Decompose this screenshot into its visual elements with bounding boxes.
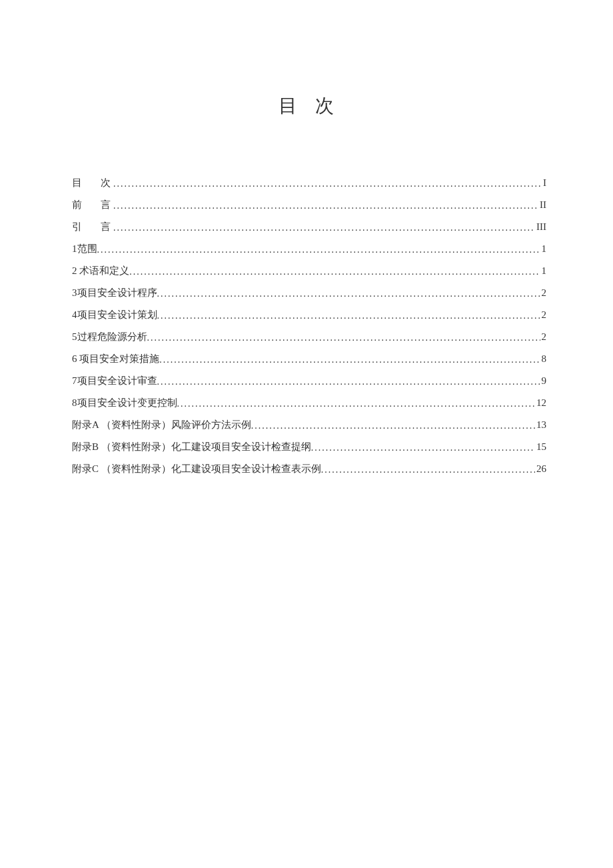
toc-entry: 1范围1 (72, 238, 546, 260)
toc-entry-page: 1 (540, 260, 547, 282)
toc-entry-label: 前言 (72, 194, 113, 216)
toc-entry: 引言III (72, 216, 546, 238)
toc-leader-dots (157, 284, 540, 305)
toc-entry-page: 26 (535, 458, 546, 480)
toc-entry-page: 8 (540, 348, 547, 370)
toc-leader-dots (113, 218, 535, 239)
toc-entry: 2 术语和定义1 (72, 260, 546, 282)
page-title: 目 次 (72, 93, 546, 119)
toc-entry-label: 附录B （资料性附录）化工建设项目安全设计检查提纲 (72, 436, 311, 458)
toc-leader-dots (97, 240, 540, 261)
toc-entry: 附录C （资料性附录）化工建设项目安全设计检查表示例26 (72, 458, 546, 480)
toc-entry-page: I (542, 172, 546, 194)
table-of-contents: 目次I前言II引言III1范围12 术语和定义13项目安全设计程序24项目安全设… (72, 172, 546, 480)
toc-leader-dots (251, 416, 535, 437)
toc-entry-label: 4项目安全设计策划 (72, 304, 157, 326)
toc-entry-label: 6 项目安全对策措施 (72, 348, 159, 370)
toc-leader-dots (159, 350, 540, 371)
toc-leader-dots (177, 394, 536, 415)
toc-entry-page: II (538, 194, 546, 216)
toc-entry-label: 7项目安全设计审查 (72, 370, 157, 392)
toc-entry-label: 附录A （资料性附录）风险评价方法示例 (72, 414, 251, 436)
toc-leader-dots (113, 174, 542, 195)
toc-leader-dots (129, 262, 540, 283)
toc-entry-label: 5过程危险源分析 (72, 326, 147, 348)
toc-entry-page: 2 (540, 304, 547, 326)
toc-entry-page: III (535, 216, 546, 238)
toc-entry: 7项目安全设计审查9 (72, 370, 546, 392)
toc-entry: 6 项目安全对策措施8 (72, 348, 546, 370)
toc-entry-label: 1范围 (72, 238, 97, 260)
toc-entry-page: 15 (535, 436, 546, 458)
toc-entry-page: 9 (540, 370, 547, 392)
toc-leader-dots (113, 196, 538, 217)
toc-entry: 前言II (72, 194, 546, 216)
toc-entry-page: 2 (540, 326, 547, 348)
toc-entry-label: 附录C （资料性附录）化工建设项目安全设计检查表示例 (72, 458, 321, 480)
toc-entry-page: 1 (540, 238, 547, 260)
toc-leader-dots (311, 438, 535, 459)
toc-entry-label: 目次 (72, 172, 113, 194)
toc-leader-dots (321, 460, 535, 481)
toc-entry: 3项目安全设计程序2 (72, 282, 546, 304)
toc-entry-label: 8项目安全设计变更控制 (72, 392, 177, 414)
toc-leader-dots (157, 306, 540, 327)
toc-entry-page: 12 (535, 392, 546, 414)
toc-entry-label: 3项目安全设计程序 (72, 282, 157, 304)
toc-leader-dots (157, 372, 540, 393)
toc-entry: 附录A （资料性附录）风险评价方法示例13 (72, 414, 546, 436)
toc-entry-page: 2 (540, 282, 547, 304)
toc-entry-page: 13 (535, 414, 546, 436)
toc-entry-label: 引言 (72, 216, 113, 238)
toc-entry: 8项目安全设计变更控制12 (72, 392, 546, 414)
toc-entry: 5过程危险源分析2 (72, 326, 546, 348)
toc-entry: 附录B （资料性附录）化工建设项目安全设计检查提纲15 (72, 436, 546, 458)
toc-leader-dots (147, 328, 540, 349)
toc-entry: 4项目安全设计策划2 (72, 304, 546, 326)
toc-entry-label: 2 术语和定义 (72, 260, 129, 282)
toc-entry: 目次I (72, 172, 546, 194)
